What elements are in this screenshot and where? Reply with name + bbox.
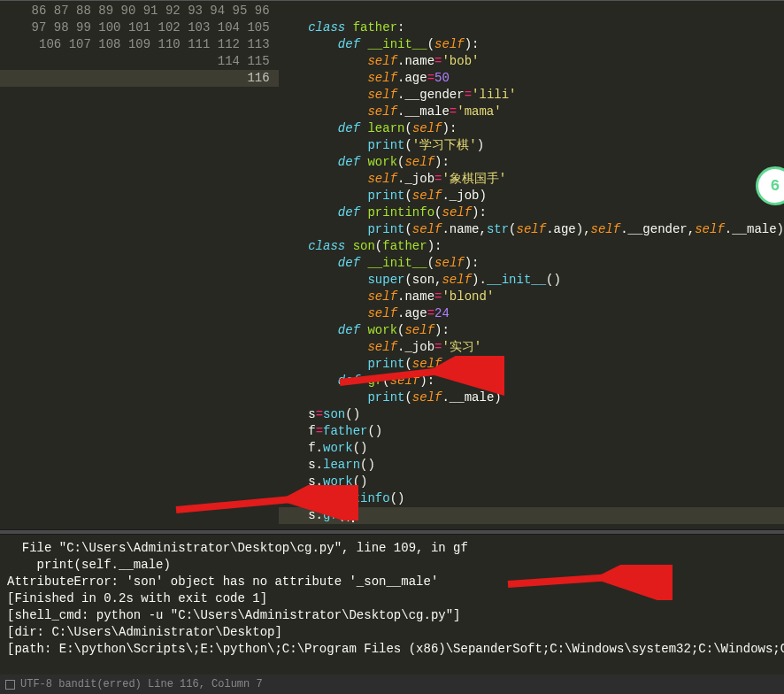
code-line[interactable]: self.age=50 <box>279 70 784 87</box>
code-line[interactable]: def __init__(self): <box>279 36 784 53</box>
code-line[interactable]: self.__gender='lili' <box>279 87 784 104</box>
line-number: 101 <box>128 20 150 35</box>
code-line[interactable]: print(self._job) <box>279 188 784 204</box>
code-line[interactable]: self.age=24 <box>279 305 784 322</box>
line-number: 99 <box>76 20 91 35</box>
code-line[interactable]: print(self.name,str(self.age),self.__gen… <box>279 221 784 238</box>
code-line[interactable]: self._job='象棋国手' <box>279 171 784 188</box>
code-line[interactable]: f.printinfo() <box>279 490 784 507</box>
code-line[interactable]: s.work() <box>279 474 784 490</box>
line-number: 88 <box>76 4 91 18</box>
line-number: 87 <box>54 4 69 18</box>
code-line[interactable]: s.gf() <box>279 507 784 524</box>
line-number: 109 <box>128 37 150 51</box>
status-text: UTF-8 bandit(erred) Line 116, Column 7 <box>20 678 263 690</box>
line-number: 96 <box>255 4 270 18</box>
code-line[interactable]: def gf(self): <box>279 373 784 389</box>
build-output-console[interactable]: File "C:\Users\Administrator\Desktop\cg.… <box>0 535 784 675</box>
code-line[interactable] <box>279 3 784 19</box>
line-number: 90 <box>120 4 135 18</box>
line-number: 86 <box>32 4 47 18</box>
console-line: [dir: C:\Users\Administrator\Desktop] <box>7 624 777 641</box>
code-line[interactable]: def work(self): <box>279 322 784 339</box>
code-line[interactable]: def work(self): <box>279 154 784 171</box>
line-number: 103 <box>188 20 210 35</box>
line-number: 105 <box>247 20 269 35</box>
code-line[interactable]: print(self.__male) <box>279 389 784 406</box>
line-number: 89 <box>98 4 113 18</box>
code-line[interactable]: s.learn() <box>279 457 784 474</box>
code-line[interactable]: s=son() <box>279 406 784 423</box>
code-line[interactable]: self.name='blond' <box>279 289 784 305</box>
code-line[interactable]: super(son,self).__init__() <box>279 272 784 289</box>
line-number: 111 <box>188 37 210 51</box>
code-line[interactable]: print(self._job) <box>279 356 784 373</box>
status-bar: UTF-8 bandit(erred) Line 116, Column 7 <box>0 675 784 694</box>
line-number: 107 <box>69 37 91 51</box>
line-number: 112 <box>218 37 240 51</box>
line-number: 91 <box>143 4 158 18</box>
line-number: 106 <box>39 37 61 51</box>
line-number: 102 <box>158 20 181 35</box>
console-line: print(self.__male) <box>7 557 777 574</box>
line-number: 110 <box>158 37 181 51</box>
line-number-gutter: 86 87 88 89 90 91 92 93 94 95 96 97 98 9… <box>0 1 279 529</box>
line-number: 114 <box>218 54 240 68</box>
code-line[interactable]: print('学习下棋') <box>279 137 784 154</box>
line-number: 113 <box>247 37 269 51</box>
badge-value: 6 <box>771 177 780 195</box>
console-line: [Finished in 0.2s with exit code 1] <box>7 590 777 607</box>
line-number: 97 <box>32 20 47 35</box>
code-line[interactable]: class son(father): <box>279 238 784 255</box>
code-line[interactable]: f.work() <box>279 440 784 457</box>
line-number: 116 <box>0 70 279 87</box>
console-line: AttributeError: 'son' object has no attr… <box>7 574 777 590</box>
code-line[interactable]: class father: <box>279 19 784 36</box>
line-number: 94 <box>210 4 225 18</box>
code-line[interactable]: self._job='实习' <box>279 339 784 356</box>
console-line: [shell_cmd: python -u "C:\Users\Administ… <box>7 607 777 624</box>
code-line[interactable]: def printinfo(self): <box>279 204 784 221</box>
code-editor[interactable]: 86 87 88 89 90 91 92 93 94 95 96 97 98 9… <box>0 0 784 529</box>
line-number: 100 <box>98 20 120 35</box>
console-line: File "C:\Users\Administrator\Desktop\cg.… <box>7 540 777 557</box>
console-line: [path: E:\python\Scripts\;E:\python\;C:\… <box>7 641 777 658</box>
code-line[interactable]: f=father() <box>279 423 784 440</box>
line-number: 104 <box>218 20 240 35</box>
code-content[interactable]: class father: def __init__(self): self.n… <box>279 1 784 529</box>
code-line[interactable]: self.__male='mama' <box>279 104 784 120</box>
code-line[interactable]: self.name='bob' <box>279 53 784 70</box>
line-number: 98 <box>54 20 69 35</box>
status-checkbox-icon <box>5 680 15 690</box>
line-number: 93 <box>188 4 203 18</box>
code-line[interactable]: def learn(self): <box>279 120 784 137</box>
code-line[interactable]: def __init__(self): <box>279 255 784 272</box>
line-number: 108 <box>98 37 120 51</box>
line-number: 92 <box>165 4 181 18</box>
line-number: 95 <box>233 4 248 18</box>
line-number: 115 <box>247 54 269 68</box>
text-cursor <box>352 508 354 522</box>
